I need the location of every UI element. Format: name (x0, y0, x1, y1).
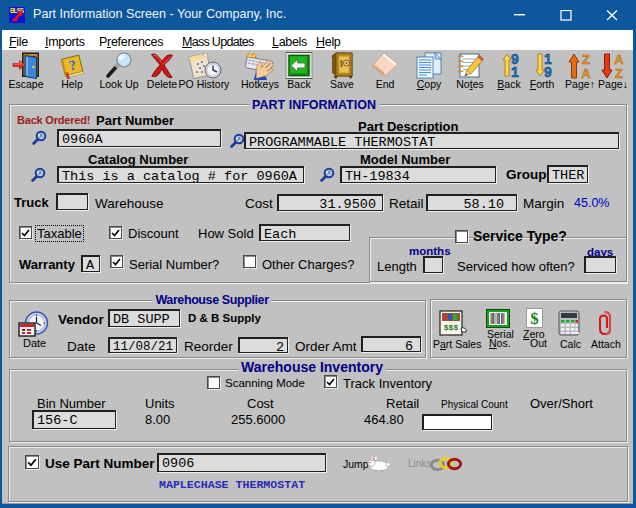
svg-text:$$$: $$$ (444, 323, 459, 332)
svg-text:9: 9 (544, 64, 552, 80)
svg-text:Z: Z (615, 66, 623, 80)
svg-text:$: $ (530, 309, 539, 328)
svg-text:A: A (581, 66, 591, 80)
svg-text:A: A (614, 52, 624, 67)
svg-text:1: 1 (511, 64, 519, 80)
svg-text:Z: Z (582, 52, 590, 67)
